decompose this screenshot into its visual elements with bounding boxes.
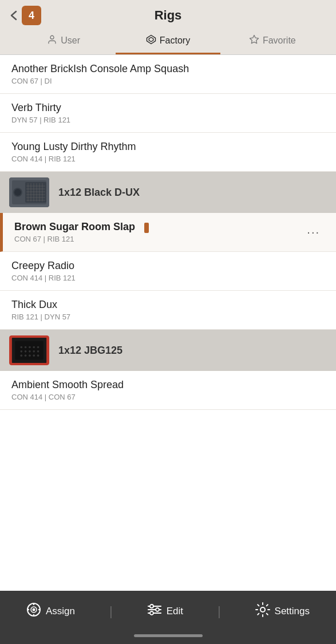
active-indicator [144,223,149,233]
svg-marker-2 [149,37,153,42]
svg-point-25 [25,346,27,349]
list-item[interactable]: Thick Dux RIB 121 | DYN 57 [0,291,336,330]
svg-rect-23 [15,341,43,360]
settings-icon [255,602,270,621]
svg-point-27 [33,346,35,349]
svg-point-52 [260,607,265,612]
amp-image [9,177,49,207]
more-options-button[interactable]: ··· [302,226,325,239]
category-row: 1x12 JBG125 [0,330,336,371]
home-bar [134,634,203,637]
edit-icon [147,603,162,619]
svg-point-35 [25,354,27,357]
svg-point-30 [25,350,27,353]
category-name: 1x12 Black D-UX [58,187,140,199]
item-subtitle: DYN 57 | RIB 121 [11,116,325,124]
settings-button[interactable]: Settings [248,599,317,624]
svg-marker-1 [147,35,155,44]
tab-bar: User Factory Favorite [0,29,336,55]
item-name: Brown Sugar Room Slap [14,221,135,233]
tab-user-label: User [61,35,80,46]
user-tab-icon [47,34,57,47]
back-chevron-icon [9,9,19,22]
tab-factory-label: Factory [160,35,190,46]
tab-favorite-label: Favorite [263,35,296,46]
item-subtitle: CON 67 | DI [11,77,325,85]
tab-user[interactable]: User [11,29,116,54]
item-name: Young Lusty Dirthy Rhythm [11,141,325,153]
back-badge: 4 [22,6,41,25]
assign-label: Assign [46,606,75,617]
list-item[interactable]: Ambient Smooth Spread CON 414 | CON 67 [0,371,336,410]
item-subtitle: CON 414 | RIB 121 [11,155,325,163]
page-title: Rigs [155,8,182,23]
svg-point-7 [14,189,21,196]
edit-label: Edit [167,606,183,617]
svg-point-33 [37,350,39,353]
svg-point-50 [156,608,159,611]
item-name: Another BrickIsh Console Amp Squash [11,63,325,75]
assign-icon [26,602,41,621]
svg-point-26 [29,346,31,349]
item-subtitle: CON 414 | CON 67 [11,393,325,401]
amp-thumbnail [9,177,49,207]
amp-image-dark [11,335,48,365]
svg-point-51 [150,611,153,615]
list-item[interactable]: Young Lusty Dirthy Rhythm CON 414 | RIB … [0,133,336,172]
svg-rect-8 [25,182,46,203]
item-subtitle: RIB 121 | DYN 57 [11,313,325,321]
list-item-active[interactable]: Brown Sugar Room Slap CON 67 | RIB 121 ·… [0,213,336,252]
edit-button[interactable]: Edit [140,600,190,623]
category-row: 1x12 Black D-UX [0,172,336,213]
separator-1: | [109,604,113,619]
settings-label: Settings [275,606,310,617]
item-name: Ambient Smooth Spread [11,379,325,391]
item-name: Verb Thirty [11,102,325,114]
item-subtitle: CON 67 | RIB 121 [14,235,302,243]
factory-tab-icon [146,34,156,47]
assign-button[interactable]: Assign [19,599,82,624]
svg-point-34 [20,354,22,357]
list-item[interactable]: Another BrickIsh Console Amp Squash CON … [0,55,336,94]
separator-2: | [218,604,221,619]
svg-marker-3 [250,35,258,44]
svg-point-36 [29,354,31,357]
favorite-tab-icon [249,34,259,47]
item-name: Creepy Radio [11,260,325,272]
item-name: Thick Dux [11,299,325,311]
svg-point-24 [20,346,22,349]
tab-factory[interactable]: Factory [116,29,220,54]
svg-point-32 [33,350,35,353]
back-button[interactable]: 4 [9,6,41,25]
home-indicator-bar [0,630,336,644]
list-item[interactable]: Creepy Radio CON 414 | RIB 121 [0,252,336,291]
tab-favorite[interactable]: Favorite [220,29,325,54]
svg-point-0 [50,35,54,39]
svg-point-37 [33,354,35,357]
svg-point-38 [37,354,39,357]
svg-point-28 [37,346,39,349]
svg-point-31 [29,350,31,353]
item-subtitle: CON 414 | RIB 121 [11,274,325,282]
category-name: 1x12 JBG125 [58,345,122,357]
amp-thumbnail [9,335,49,365]
svg-point-49 [150,605,153,608]
svg-point-29 [20,350,22,353]
bottom-toolbar: Assign | Edit | Settings [0,591,336,630]
header: 4 Rigs [0,0,336,29]
svg-point-45 [32,609,35,611]
rig-list: Another BrickIsh Console Amp Squash CON … [0,55,336,591]
list-item[interactable]: Verb Thirty DYN 57 | RIB 121 [0,94,336,133]
